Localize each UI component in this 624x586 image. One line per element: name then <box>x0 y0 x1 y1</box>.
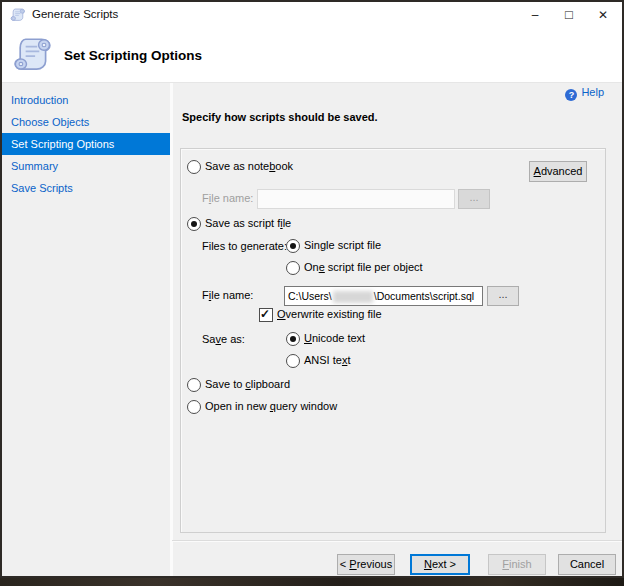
help-label: Help <box>581 86 604 98</box>
advanced-button[interactable]: Advanced <box>529 161 587 182</box>
save-as-script-file-label[interactable]: Save as script file <box>205 216 291 230</box>
page-title: Set Scripting Options <box>64 48 202 63</box>
notebook-file-name-input <box>257 189 455 209</box>
sidebar-item-save-scripts[interactable]: Save Scripts <box>2 177 170 199</box>
open-in-new-query-window-radio[interactable] <box>187 400 201 414</box>
help-link[interactable]: ?Help <box>565 86 604 101</box>
save-to-clipboard-radio[interactable] <box>187 378 201 392</box>
save-as-notebook-label[interactable]: Save as notebook <box>205 159 293 173</box>
titlebar: Generate Scripts – □ ✕ <box>2 2 622 28</box>
save-to-clipboard-label[interactable]: Save to clipboard <box>205 377 290 391</box>
cancel-button[interactable]: Cancel <box>558 554 616 575</box>
overwrite-existing-file-label[interactable]: Overwrite existing file <box>277 307 382 321</box>
next-button[interactable]: Next > <box>410 554 470 575</box>
maximize-button[interactable]: □ <box>552 2 586 28</box>
footer-separator <box>172 540 622 542</box>
scroll-icon <box>10 7 26 23</box>
one-script-file-per-object-label[interactable]: One script file per object <box>304 260 423 274</box>
sidebar-item-introduction[interactable]: Introduction <box>2 89 170 111</box>
sidebar-item-choose-objects[interactable]: Choose Objects <box>2 111 170 133</box>
notebook-browse-button: ... <box>458 189 490 209</box>
unicode-text-label[interactable]: Unicode text <box>304 331 365 345</box>
previous-button[interactable]: < Previous <box>337 554 395 575</box>
file-path-suffix: \Documents\script.sql <box>374 290 474 302</box>
help-icon: ? <box>565 89 577 101</box>
window-controls: – □ ✕ <box>518 2 620 28</box>
generate-scripts-window: Generate Scripts – □ ✕ Set Scripting Opt… <box>0 0 624 578</box>
single-script-file-radio[interactable] <box>286 239 300 253</box>
ansi-text-radio[interactable] <box>286 354 300 368</box>
close-button[interactable]: ✕ <box>586 2 620 28</box>
wizard-header: Set Scripting Options <box>2 28 622 83</box>
overwrite-existing-file-checkbox[interactable] <box>259 308 273 322</box>
desktop-background-strip <box>0 578 624 586</box>
file-name-input[interactable]: C:\Users\\Documents\script.sql <box>284 286 483 306</box>
finish-button: Finish <box>488 554 546 575</box>
save-as-notebook-radio[interactable] <box>187 160 201 174</box>
notebook-file-name-label: File name: <box>202 191 253 205</box>
window-title: Generate Scripts <box>32 8 118 20</box>
unicode-text-radio[interactable] <box>286 332 300 346</box>
scroll-icon-large <box>12 34 54 76</box>
ansi-text-label[interactable]: ANSI text <box>304 353 350 367</box>
redacted-username <box>333 291 373 303</box>
instruction-text: Specify how scripts should be saved. <box>182 111 378 123</box>
sidebar: Introduction Choose Objects Set Scriptin… <box>2 83 173 576</box>
options-groupbox: Save as notebook Advanced File name: ...… <box>180 148 606 533</box>
browse-button[interactable]: ... <box>487 286 519 306</box>
single-script-file-label[interactable]: Single script file <box>304 238 381 252</box>
file-name-label: File name: <box>202 288 253 302</box>
file-path-prefix: C:\Users\ <box>288 290 332 302</box>
one-script-file-per-object-radio[interactable] <box>286 261 300 275</box>
minimize-button[interactable]: – <box>518 2 552 28</box>
sidebar-item-set-scripting-options[interactable]: Set Scripting Options <box>2 133 170 155</box>
save-as-script-file-radio[interactable] <box>187 217 201 231</box>
open-in-new-query-window-label[interactable]: Open in new query window <box>205 399 337 413</box>
save-as-label: Save as: <box>202 332 245 346</box>
sidebar-item-summary[interactable]: Summary <box>2 155 170 177</box>
files-to-generate-label: Files to generate: <box>202 239 287 253</box>
